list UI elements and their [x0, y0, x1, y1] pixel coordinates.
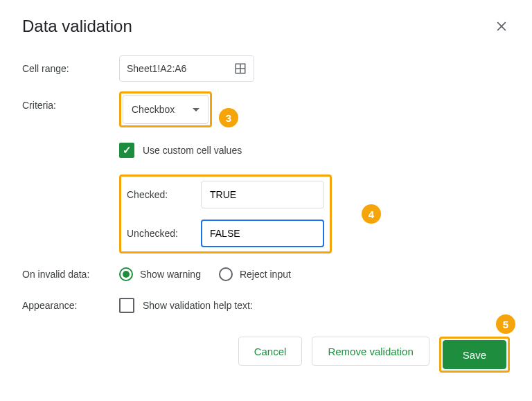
highlight-criteria: Checkbox [119, 91, 212, 127]
radio-selected-icon [119, 267, 133, 281]
use-custom-values-checkbox[interactable]: ✓ [119, 143, 134, 158]
highlight-values: Checked: Unchecked: [119, 175, 332, 253]
use-custom-values-label: Use custom cell values [143, 145, 242, 156]
save-button[interactable]: Save [443, 340, 506, 369]
callout-5: 5 [496, 314, 515, 334]
cell-range-row: Cell range: Sheet1!A2:A6 [22, 55, 510, 82]
cell-range-label: Cell range: [22, 63, 119, 74]
custom-values-group: Checked: Unchecked: 4 [119, 175, 510, 253]
appearance-help-label: Show validation help text: [143, 300, 253, 311]
unchecked-input[interactable] [201, 220, 324, 247]
cancel-button[interactable]: Cancel [238, 337, 303, 366]
invalid-radio-group: Show warning Reject input [119, 267, 309, 281]
callout-4: 4 [362, 204, 381, 224]
checked-row: Checked: [121, 181, 324, 208]
checked-input[interactable] [201, 181, 324, 208]
chevron-down-icon [193, 108, 200, 112]
show-warning-label: Show warning [140, 269, 201, 280]
dialog-header: Data validation [22, 17, 510, 36]
on-invalid-row: On invalid data: Show warning Reject inp… [22, 267, 510, 281]
use-custom-values-row: ✓ Use custom cell values [119, 143, 510, 158]
grid-icon[interactable] [234, 62, 247, 75]
unchecked-label: Unchecked: [121, 228, 201, 239]
checked-label: Checked: [121, 189, 201, 200]
criteria-select[interactable]: Checkbox [123, 95, 209, 124]
appearance-label: Appearance: [22, 300, 119, 311]
appearance-checkbox[interactable] [119, 298, 134, 313]
cell-range-input[interactable]: Sheet1!A2:A6 [119, 55, 254, 82]
radio-icon [219, 267, 233, 281]
criteria-wrap: Checkbox 3 [119, 91, 212, 127]
unchecked-row: Unchecked: [121, 220, 324, 247]
criteria-selected: Checkbox [132, 104, 175, 115]
checkmark-icon: ✓ [123, 144, 132, 157]
criteria-row: Criteria: Checkbox 3 [22, 91, 510, 127]
on-invalid-label: On invalid data: [22, 269, 119, 280]
criteria-label: Criteria: [22, 91, 119, 111]
save-wrap: 5 Save [439, 337, 510, 373]
reject-input-label: Reject input [240, 269, 291, 280]
callout-3: 3 [219, 108, 238, 127]
appearance-row: Appearance: Show validation help text: [22, 298, 510, 313]
show-warning-option[interactable]: Show warning [119, 267, 201, 281]
highlight-save: Save [439, 337, 510, 373]
data-validation-dialog: Data validation Cell range: Sheet1!A2:A6… [0, 0, 532, 389]
reject-input-option[interactable]: Reject input [219, 267, 291, 281]
cell-range-value: Sheet1!A2:A6 [127, 63, 186, 74]
dialog-title: Data validation [22, 17, 132, 36]
close-icon[interactable] [493, 18, 510, 35]
dialog-footer: Cancel Remove validation 5 Save [22, 337, 510, 373]
remove-validation-button[interactable]: Remove validation [312, 337, 429, 366]
